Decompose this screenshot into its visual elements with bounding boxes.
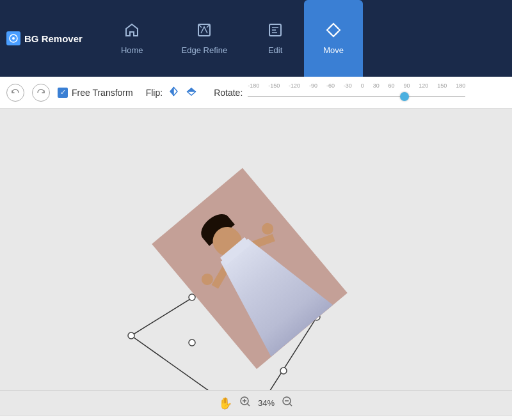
app-logo: BG Remover bbox=[6, 31, 83, 45]
free-transform-area: ✓ Free Transform bbox=[58, 88, 133, 98]
zoom-out-icon[interactable] bbox=[281, 395, 294, 411]
action-bar: New Image Download bbox=[0, 416, 512, 420]
tab-edge-refine-label: Edge Refine bbox=[182, 45, 228, 55]
flip-horizontal-button[interactable] bbox=[166, 84, 180, 101]
zoom-value: 34% bbox=[258, 398, 275, 408]
tab-edit-label: Edit bbox=[268, 45, 282, 55]
toolbar: ✓ Free Transform Flip: Rotate: -180 -1 bbox=[0, 77, 512, 109]
tab-edge-refine[interactable]: Edge Refine bbox=[163, 0, 247, 77]
move-icon bbox=[326, 22, 341, 40]
redo-button[interactable] bbox=[32, 84, 50, 102]
canvas-area bbox=[0, 109, 512, 390]
subject-image bbox=[152, 168, 348, 369]
rotate-label: Rotate: bbox=[214, 88, 243, 98]
flip-label: Flip: bbox=[146, 88, 163, 98]
canvas-wrapper bbox=[0, 109, 512, 390]
tab-move-label: Move bbox=[323, 45, 344, 55]
edge-refine-icon bbox=[196, 22, 212, 40]
zoom-in-icon[interactable] bbox=[239, 395, 252, 411]
zoom-bar: ✋ 34% bbox=[0, 390, 512, 416]
flip-area: Flip: bbox=[146, 84, 198, 101]
logo-icon bbox=[6, 31, 20, 45]
rotate-slider[interactable] bbox=[248, 90, 465, 103]
undo-button[interactable] bbox=[6, 84, 24, 102]
tab-home[interactable]: Home bbox=[102, 0, 163, 77]
tab-home-label: Home bbox=[121, 45, 143, 55]
nav-tabs: Home Edge Refine Edit bbox=[102, 0, 363, 77]
tab-edit[interactable]: Edit bbox=[246, 0, 304, 77]
ruler-scale: -180 -150 -120 -90 -60 -30 0 30 60 90 12… bbox=[248, 82, 465, 89]
home-icon bbox=[124, 22, 140, 40]
app-title: BG Remover bbox=[24, 33, 83, 44]
handle-bottom-right[interactable] bbox=[280, 368, 287, 374]
handle-left[interactable] bbox=[128, 332, 134, 339]
right-hand bbox=[259, 221, 275, 237]
rotate-slider-thumb[interactable] bbox=[400, 92, 409, 101]
svg-line-9 bbox=[247, 404, 250, 407]
image-container bbox=[191, 187, 309, 350]
svg-line-12 bbox=[290, 404, 292, 407]
app-header: BG Remover Home Edge Refine bbox=[0, 0, 512, 77]
rotate-ruler: -180 -150 -120 -90 -60 -30 0 30 60 90 12… bbox=[248, 82, 465, 103]
rotate-area: Rotate: -180 -150 -120 -90 -60 -30 0 30 … bbox=[214, 82, 465, 103]
hand-tool-icon[interactable]: ✋ bbox=[218, 396, 232, 410]
tab-move[interactable]: Move bbox=[304, 0, 363, 77]
flip-vertical-button[interactable] bbox=[184, 84, 198, 101]
free-transform-label: Free Transform bbox=[72, 88, 133, 98]
svg-point-1 bbox=[12, 37, 15, 40]
edit-icon bbox=[268, 22, 283, 40]
free-transform-checkbox[interactable]: ✓ bbox=[58, 88, 68, 98]
